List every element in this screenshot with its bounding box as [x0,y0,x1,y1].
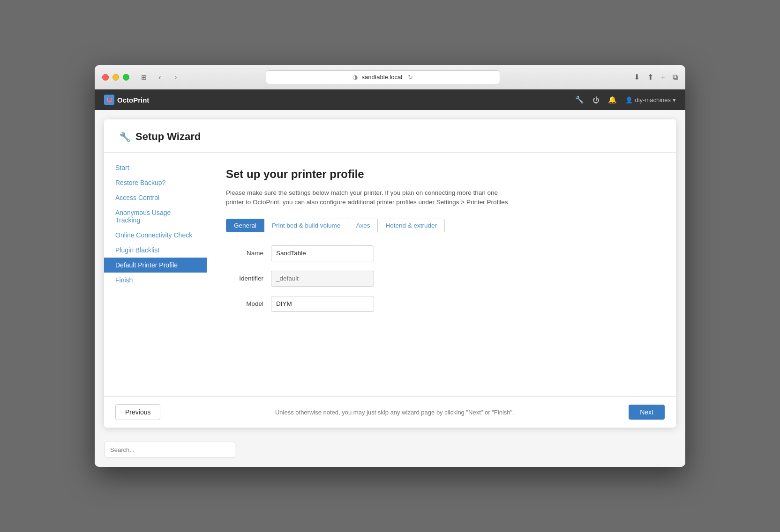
tabs-icon[interactable]: ⧉ [673,73,678,81]
sidebar-label-anonymous-usage: Anonymous UsageTracking [115,209,171,224]
identifier-label: Identifier [226,275,263,282]
minimize-button[interactable] [112,74,119,81]
new-tab-icon[interactable]: + [661,73,665,81]
chevron-down-icon: ▾ [673,96,676,103]
url-display: sandtable.local [361,74,402,81]
fullscreen-button[interactable] [123,74,129,81]
wizard-body: Start Restore Backup? Access Control Ano… [104,153,676,396]
sidebar-item-access-control[interactable]: Access Control [104,190,207,205]
sidebar-item-anonymous-usage[interactable]: Anonymous UsageTracking [104,205,207,228]
search-input[interactable] [104,442,235,458]
brightness-icon: ◑ [352,74,358,81]
app-logo: 🐙 OctoPrint [104,95,149,105]
traffic-lights [102,74,129,81]
sidebar-label-access-control: Access Control [115,194,159,201]
identifier-input [271,271,374,287]
model-input[interactable] [271,296,374,312]
tab-hotend[interactable]: Hotend & extruder [378,219,445,232]
main-content: 🔧 Setup Wizard Start Restore Backup? Acc… [95,110,685,467]
app-logo-text: OctoPrint [117,96,149,104]
wizard-title: Setup Wizard [135,131,201,143]
wizard-sidebar: Start Restore Backup? Access Control Ano… [104,153,207,396]
wizard-icon: 🔧 [119,131,131,142]
wizard-footer: Previous Unless otherwise noted, you may… [104,396,676,428]
sidebar-label-finish: Finish [115,276,133,284]
sidebar-toggle-button[interactable]: ⊞ [137,72,151,83]
sidebar-label-start: Start [115,164,129,171]
toolbar-right: ⬇ ⬆ + ⧉ [634,73,678,81]
username: diy-machines [635,96,671,103]
mac-window: ⊞ ‹ › ◑ sandtable.local ↻ ⬇ ⬆ + ⧉ 🐙 Octo… [95,65,685,467]
close-button[interactable] [102,74,109,81]
navbar-right: 🔧 ⏻ 🔔 👤 diy-machines ▾ [575,96,676,104]
octoprint-logo-icon: 🐙 [104,95,114,105]
nav-buttons: ⊞ ‹ › [137,72,183,83]
section-title: Set up your printer profile [226,168,657,181]
power-icon[interactable]: ⏻ [592,96,600,104]
wizard-main-content: Set up your printer profile Please make … [207,153,676,396]
share-icon[interactable]: ⬆ [647,73,653,81]
title-bar: ⊞ ‹ › ◑ sandtable.local ↻ ⬇ ⬆ + ⧉ [95,65,685,89]
sidebar-item-plugin-blacklist[interactable]: Plugin Blacklist [104,243,207,258]
section-desc: Please make sure the settings below matc… [226,188,517,207]
sidebar-label-default-printer: Default Printer Profile [115,261,178,269]
footer-hint: Unless otherwise noted, you may just ski… [168,409,621,416]
back-button[interactable]: ‹ [153,72,167,83]
name-label: Name [226,250,263,257]
search-area [104,434,676,458]
settings-icon[interactable]: 🔧 [575,96,584,104]
name-field-row: Name [226,245,657,261]
sidebar-label-online-connectivity: Online Connectivity Check [115,231,192,239]
sidebar-item-online-connectivity[interactable]: Online Connectivity Check [104,228,207,243]
identifier-field-row: Identifier [226,271,657,287]
model-label: Model [226,300,263,307]
next-button[interactable]: Next [629,405,665,420]
reload-icon[interactable]: ↻ [408,74,413,81]
sidebar-item-start[interactable]: Start [104,160,207,175]
wizard-modal: 🔧 Setup Wizard Start Restore Backup? Acc… [104,119,676,428]
wizard-title-bar: 🔧 Setup Wizard [104,119,676,153]
address-bar[interactable]: ◑ sandtable.local ↻ [266,70,500,84]
previous-button[interactable]: Previous [115,404,160,420]
user-icon: 👤 [625,96,633,103]
sidebar-label-restore-backup: Restore Backup? [115,179,165,186]
download-icon[interactable]: ⬇ [634,73,640,81]
app-navbar: 🐙 OctoPrint 🔧 ⏻ 🔔 👤 diy-machines ▾ [95,89,685,110]
name-input[interactable] [271,245,374,261]
sidebar-label-plugin-blacklist: Plugin Blacklist [115,246,159,254]
bell-icon[interactable]: 🔔 [608,96,617,104]
forward-button[interactable]: › [169,72,183,83]
model-field-row: Model [226,296,657,312]
sidebar-item-restore-backup[interactable]: Restore Backup? [104,175,207,190]
tab-general[interactable]: General [226,219,264,232]
profile-tabs: General Print bed & build volume Axes Ho… [226,219,657,232]
sidebar-item-finish[interactable]: Finish [104,273,207,288]
tab-axes[interactable]: Axes [348,219,378,232]
user-menu[interactable]: 👤 diy-machines ▾ [625,96,676,103]
sidebar-item-default-printer[interactable]: Default Printer Profile [104,258,207,273]
tab-print-bed[interactable]: Print bed & build volume [264,219,348,232]
